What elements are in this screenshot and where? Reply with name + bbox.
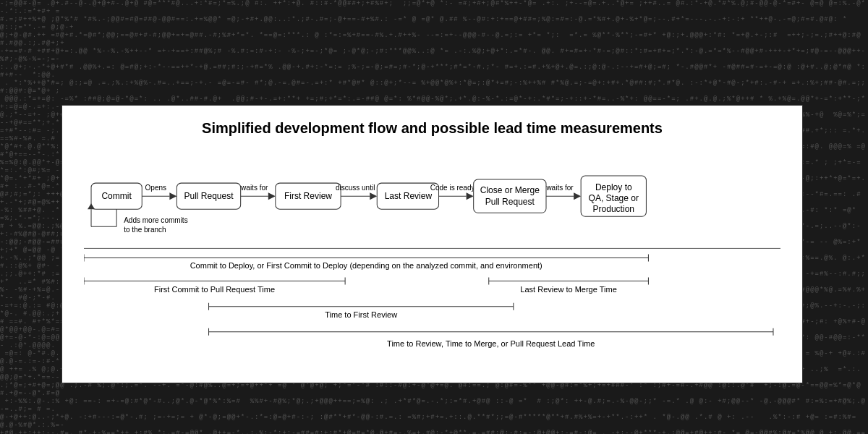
waits-for-1-label: waits for	[240, 184, 268, 192]
last-review-merge-time-label: Last Review to Merge Time	[520, 285, 616, 294]
deploy-node-label-1: Deploy to	[595, 182, 632, 192]
pull-request-node-label: Pull Request	[184, 191, 234, 201]
first-commit-pr-time-label: First Commit to Pull Request Time	[154, 285, 275, 294]
commit-node-label: Commit	[101, 191, 132, 201]
last-review-node-label: Last Review	[385, 191, 433, 201]
code-is-ready-label: Code is ready	[430, 184, 475, 192]
close-merge-node-label-1: Close or Merge	[480, 185, 540, 195]
opens-label: Opens	[145, 184, 167, 192]
adds-more-commits-label-1: Adds more commits	[124, 216, 188, 224]
waits-for-2-label: waits for	[545, 184, 574, 192]
first-review-node-label: First Review	[284, 191, 332, 201]
flow-diagram: Commit Opens Pull Request waits for Firs…	[84, 154, 780, 357]
svg-marker-8	[370, 192, 377, 200]
svg-marker-2	[169, 192, 176, 200]
svg-marker-5	[268, 192, 276, 200]
time-to-review-merge-label: Time to Review, Time to Merge, or Pull R…	[387, 339, 595, 348]
time-to-first-review-label: Time to First Review	[325, 310, 397, 319]
deploy-node-label-2: QA, Stage or	[589, 193, 639, 203]
diagram-container: Simplified development flow and possible…	[61, 105, 803, 383]
adds-more-commits-label-2: to the branch	[124, 226, 166, 234]
deploy-node-label-3: Production	[593, 204, 634, 214]
discuss-until-label: discuss until	[336, 184, 375, 192]
close-merge-node-label-2: Pull Request	[485, 197, 535, 207]
svg-marker-11	[467, 192, 474, 200]
diagram-title: Simplified development flow and possible…	[84, 120, 780, 137]
svg-rect-12	[474, 179, 546, 213]
commit-to-deploy-label: Commit to Deploy, or First Commit to Dep…	[190, 261, 542, 270]
svg-marker-14	[574, 192, 581, 200]
